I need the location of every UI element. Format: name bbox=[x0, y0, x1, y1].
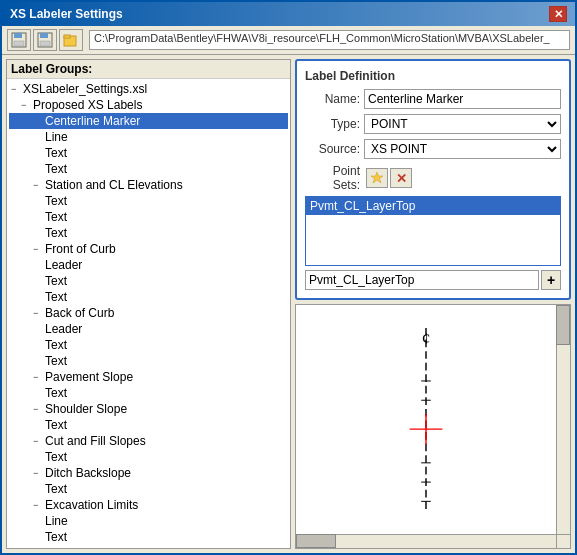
tree-item-text10[interactable]: Text bbox=[9, 385, 288, 401]
open-button[interactable] bbox=[59, 29, 83, 51]
tree-label-text8: Text bbox=[45, 338, 67, 352]
tree-container[interactable]: − XSLabeler_Settings.xsl − Proposed XS L… bbox=[7, 79, 290, 548]
tree-item-text7[interactable]: Text bbox=[9, 289, 288, 305]
main-window: XS Labeler Settings ✕ C:\ProgramD bbox=[0, 0, 577, 555]
scrollbar-horizontal[interactable] bbox=[296, 534, 556, 548]
title-bar-left: XS Labeler Settings bbox=[10, 7, 123, 21]
label-groups-header: Label Groups: bbox=[7, 60, 290, 79]
tree-item-ditch-daylight[interactable]: + Ditch Daylight bbox=[9, 545, 288, 548]
file-path: C:\ProgramData\Bentley\FHWA\V8i_resource… bbox=[89, 30, 570, 50]
tree-item-shoulder-slope[interactable]: − Shoulder Slope bbox=[9, 401, 288, 417]
close-button[interactable]: ✕ bbox=[549, 6, 567, 22]
source-row: Source: XS POINT XS LINE bbox=[305, 139, 561, 159]
type-row: Type: POINT LINE LEADER bbox=[305, 114, 561, 134]
tree-item-pavement-slope[interactable]: − Pavement Slope bbox=[9, 369, 288, 385]
svg-marker-8 bbox=[371, 172, 383, 183]
point-set-name: Pvmt_CL_LayerTop bbox=[310, 199, 415, 213]
point-set-item[interactable]: Pvmt_CL_LayerTop bbox=[306, 197, 560, 215]
main-area: Label Groups: − XSLabeler_Settings.xsl −… bbox=[2, 55, 575, 553]
tree-label-station: Station and CL Elevations bbox=[45, 178, 183, 192]
tree-item-root[interactable]: − XSLabeler_Settings.xsl bbox=[9, 81, 288, 97]
points-list[interactable]: Pvmt_CL_LayerTop bbox=[305, 196, 561, 266]
type-label: Type: bbox=[305, 117, 360, 131]
right-panel: Label Definition Name: Type: POINT LINE … bbox=[295, 59, 571, 549]
tree-label-root: XSLabeler_Settings.xsl bbox=[23, 82, 147, 96]
type-select[interactable]: POINT LINE LEADER bbox=[364, 114, 561, 134]
tree-item-text12[interactable]: Text bbox=[9, 449, 288, 465]
tree-item-ditch-backslope[interactable]: − Ditch Backslope bbox=[9, 465, 288, 481]
preview-canvas: ¢ bbox=[296, 305, 556, 534]
window-title: XS Labeler Settings bbox=[10, 7, 123, 21]
add-button[interactable]: + bbox=[541, 270, 561, 290]
tree-label-proposed: Proposed XS Labels bbox=[33, 98, 142, 112]
point-sets-row: Point Sets: ✕ bbox=[305, 164, 561, 192]
svg-rect-5 bbox=[40, 41, 50, 46]
scrollbar-thumb-horizontal[interactable] bbox=[296, 534, 336, 548]
tree-item-text1[interactable]: Text bbox=[9, 145, 288, 161]
save-button-2[interactable] bbox=[33, 29, 57, 51]
tree-item-text8[interactable]: Text bbox=[9, 337, 288, 353]
svg-rect-7 bbox=[64, 35, 70, 38]
scrollbar-vertical[interactable] bbox=[556, 305, 570, 548]
label-definition-panel: Label Definition Name: Type: POINT LINE … bbox=[295, 59, 571, 300]
tree-item-leader1[interactable]: Leader bbox=[9, 257, 288, 273]
expand-icon-shoulder: − bbox=[33, 404, 43, 414]
delete-point-set-button[interactable]: ✕ bbox=[390, 168, 412, 188]
tree-item-line1[interactable]: Line bbox=[9, 129, 288, 145]
tree-item-text11[interactable]: Text bbox=[9, 417, 288, 433]
save-icon-2 bbox=[37, 32, 53, 48]
tree-label-text14: Text bbox=[45, 530, 67, 544]
tree-label-line1: Line bbox=[45, 130, 68, 144]
title-bar: XS Labeler Settings ✕ bbox=[2, 2, 575, 26]
tree-item-text13[interactable]: Text bbox=[9, 481, 288, 497]
tree-item-text5[interactable]: Text bbox=[9, 225, 288, 241]
tree-label-shoulder-slope: Shoulder Slope bbox=[45, 402, 127, 416]
source-select[interactable]: XS POINT XS LINE bbox=[364, 139, 561, 159]
tree-label-text6: Text bbox=[45, 274, 67, 288]
tree-label-text10: Text bbox=[45, 386, 67, 400]
tree-item-centerline[interactable]: Centerline Marker bbox=[9, 113, 288, 129]
expand-icon-excav: − bbox=[33, 500, 43, 510]
tree-item-text14[interactable]: Text bbox=[9, 529, 288, 545]
tree-label-text4: Text bbox=[45, 210, 67, 224]
tree-label-ditch-backslope: Ditch Backslope bbox=[45, 466, 131, 480]
tree-item-excavation[interactable]: − Excavation Limits bbox=[9, 497, 288, 513]
name-label: Name: bbox=[305, 92, 360, 106]
point-sets-buttons: ✕ bbox=[366, 168, 412, 188]
save-button-1[interactable] bbox=[7, 29, 31, 51]
tree-item-station[interactable]: − Station and CL Elevations bbox=[9, 177, 288, 193]
tree-item-text6[interactable]: Text bbox=[9, 273, 288, 289]
name-row: Name: bbox=[305, 89, 561, 109]
add-point-set-button[interactable] bbox=[366, 168, 388, 188]
tree-item-leader2[interactable]: Leader bbox=[9, 321, 288, 337]
tree-label-back-curb: Back of Curb bbox=[45, 306, 114, 320]
expand-icon-proposed: − bbox=[21, 100, 31, 110]
tree-item-text9[interactable]: Text bbox=[9, 353, 288, 369]
name-input[interactable] bbox=[364, 89, 561, 109]
tree-label-cut-fill-slopes: Cut and Fill Slopes bbox=[45, 434, 146, 448]
tree-item-back-curb[interactable]: − Back of Curb bbox=[9, 305, 288, 321]
tree-item-text2[interactable]: Text bbox=[9, 161, 288, 177]
tree-label-excavation: Excavation Limits bbox=[45, 498, 138, 512]
tree-item-line2[interactable]: Line bbox=[9, 513, 288, 529]
tree-label-text1: Text bbox=[45, 146, 67, 160]
tree-item-text4[interactable]: Text bbox=[9, 209, 288, 225]
tree-item-front-curb[interactable]: − Front of Curb bbox=[9, 241, 288, 257]
label-definition-title: Label Definition bbox=[305, 69, 561, 83]
tree-label-text2: Text bbox=[45, 162, 67, 176]
preview-svg: ¢ bbox=[296, 305, 556, 534]
expand-icon-station: − bbox=[33, 180, 43, 190]
source-label: Source: bbox=[305, 142, 360, 156]
save-icon-1 bbox=[11, 32, 27, 48]
tree-item-proposed[interactable]: − Proposed XS Labels bbox=[9, 97, 288, 113]
expand-icon-ditch-back: − bbox=[33, 468, 43, 478]
add-point-input[interactable] bbox=[305, 270, 539, 290]
star-icon bbox=[370, 171, 384, 185]
scrollbar-thumb-vertical[interactable] bbox=[556, 305, 570, 345]
tree-label-centerline: Centerline Marker bbox=[45, 114, 140, 128]
left-panel: Label Groups: − XSLabeler_Settings.xsl −… bbox=[6, 59, 291, 549]
tree-item-cut-fill-slopes[interactable]: − Cut and Fill Slopes bbox=[9, 433, 288, 449]
tree-label-text5: Text bbox=[45, 226, 67, 240]
expand-icon-root: − bbox=[11, 84, 21, 94]
tree-item-text3[interactable]: Text bbox=[9, 193, 288, 209]
